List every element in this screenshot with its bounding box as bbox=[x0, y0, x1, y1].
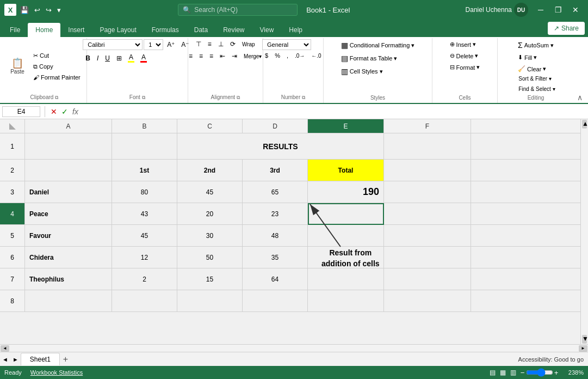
align-center-btn[interactable]: ≡ bbox=[196, 51, 206, 61]
copy-btn[interactable]: ⧉ Copy bbox=[30, 62, 83, 72]
cell-a7[interactable]: Theophilus bbox=[25, 268, 112, 290]
scroll-down-btn[interactable]: ▼ bbox=[582, 335, 587, 344]
row-header-5[interactable]: 5 bbox=[0, 225, 25, 247]
autosum-btn[interactable]: Σ AutoSum ▾ bbox=[515, 39, 556, 51]
zoom-out-btn[interactable]: − bbox=[521, 369, 525, 377]
minimize-btn[interactable]: ─ bbox=[533, 3, 549, 16]
tab-insert[interactable]: Insert bbox=[60, 23, 92, 37]
horizontal-scrollbar[interactable]: ◄ ► bbox=[0, 344, 588, 352]
workbook-statistics-btn[interactable]: Workbook Statistics bbox=[30, 369, 83, 376]
cell-d4[interactable]: 23 bbox=[243, 203, 308, 225]
fill-color-btn[interactable]: A bbox=[126, 53, 137, 63]
merge-center-btn[interactable]: Merge▾ bbox=[241, 52, 264, 60]
cell-d2[interactable]: 3rd bbox=[243, 160, 308, 181]
accounting-btn[interactable]: $ bbox=[262, 51, 271, 60]
row-header-2[interactable]: 2 bbox=[0, 160, 25, 181]
fill-btn[interactable]: ⬇ Fill ▾ bbox=[515, 52, 540, 63]
cell-f1[interactable] bbox=[384, 133, 471, 160]
format-painter-btn[interactable]: 🖌 Format Painter bbox=[30, 72, 83, 82]
cell-b5[interactable]: 45 bbox=[112, 225, 177, 247]
next-sheet-btn[interactable]: ► bbox=[10, 355, 21, 364]
insert-cells-btn[interactable]: ⊕ Insert ▾ bbox=[447, 39, 479, 50]
cell-d6[interactable]: 35 bbox=[243, 247, 308, 268]
scroll-up-btn[interactable]: ▲ bbox=[582, 120, 587, 129]
font-size-select[interactable]: 11 bbox=[144, 39, 163, 50]
redo-quick-btn[interactable]: ↪ bbox=[44, 4, 53, 16]
border-btn[interactable]: ⊞ bbox=[114, 53, 125, 63]
cell-f7[interactable] bbox=[384, 268, 471, 290]
cell-f8[interactable] bbox=[384, 290, 471, 312]
page-layout-view-btn[interactable]: ▦ bbox=[500, 369, 506, 376]
cell-a3[interactable]: Daniel bbox=[25, 181, 112, 203]
cell-e5[interactable] bbox=[308, 225, 384, 247]
cell-e4-selected[interactable] bbox=[308, 203, 384, 225]
cell-a1[interactable] bbox=[25, 133, 112, 160]
cell-reference-input[interactable] bbox=[2, 106, 40, 117]
col-header-d[interactable]: D bbox=[243, 119, 308, 133]
cell-a2[interactable] bbox=[25, 160, 112, 181]
paste-btn[interactable]: 📋 Paste bbox=[5, 56, 29, 77]
cell-f4[interactable] bbox=[384, 203, 471, 225]
cell-b7[interactable]: 2 bbox=[112, 268, 177, 290]
orientation-btn[interactable]: ⟳ bbox=[227, 39, 238, 49]
middle-align-btn[interactable]: ≡ bbox=[205, 39, 214, 49]
cell-a6[interactable]: Chidera bbox=[25, 247, 112, 268]
tab-review[interactable]: Review bbox=[215, 23, 252, 37]
delete-cells-btn[interactable]: ⊖ Delete ▾ bbox=[447, 51, 481, 61]
font-family-select[interactable]: Calibri bbox=[83, 39, 143, 50]
percent-btn[interactable]: % bbox=[272, 51, 283, 60]
share-button[interactable]: ↗ Share bbox=[548, 22, 585, 35]
cut-btn[interactable]: ✂ Cut bbox=[30, 51, 83, 61]
cell-b4[interactable]: 43 bbox=[112, 203, 177, 225]
cell-styles-btn[interactable]: ▥ Cell Styles ▾ bbox=[338, 65, 386, 77]
increase-indent-btn[interactable]: ⇥ bbox=[229, 51, 240, 61]
tab-data[interactable]: Data bbox=[187, 23, 215, 37]
clear-btn[interactable]: 🧹 Clear ▾ bbox=[515, 64, 549, 74]
cell-e8[interactable] bbox=[308, 290, 384, 312]
col-header-c[interactable]: C bbox=[177, 119, 243, 133]
search-input[interactable] bbox=[194, 6, 281, 14]
cell-e2[interactable]: Total bbox=[308, 160, 384, 181]
cell-c5[interactable]: 30 bbox=[177, 225, 243, 247]
customize-quick-btn[interactable]: ▾ bbox=[55, 4, 63, 16]
restore-btn[interactable]: ❐ bbox=[550, 3, 566, 16]
find-select-btn[interactable]: Find & Select ▾ bbox=[516, 84, 558, 94]
tab-page-layout[interactable]: Page Layout bbox=[92, 23, 144, 37]
normal-view-btn[interactable]: ▤ bbox=[490, 369, 496, 376]
row-header-7[interactable]: 7 bbox=[0, 268, 25, 290]
sheet-tab-sheet1[interactable]: Sheet1 bbox=[21, 353, 60, 365]
cell-d7[interactable]: 64 bbox=[243, 268, 308, 290]
cell-f5[interactable] bbox=[384, 225, 471, 247]
cell-c3[interactable]: 45 bbox=[177, 181, 243, 203]
bottom-align-btn[interactable]: ⊥ bbox=[215, 39, 226, 49]
cell-c8[interactable] bbox=[177, 290, 243, 312]
format-cells-btn[interactable]: ⊟ Format ▾ bbox=[447, 62, 483, 72]
comma-btn[interactable]: , bbox=[284, 51, 291, 60]
cell-c7[interactable]: 15 bbox=[177, 268, 243, 290]
formula-input[interactable] bbox=[82, 107, 586, 117]
increase-font-btn[interactable]: A⁺ bbox=[164, 40, 177, 50]
undo-quick-btn[interactable]: ↩ bbox=[33, 4, 42, 16]
insert-function-btn[interactable]: fx bbox=[71, 106, 79, 117]
scroll-right-btn[interactable]: ► bbox=[579, 345, 587, 352]
cell-c6[interactable]: 50 bbox=[177, 247, 243, 268]
font-color-btn[interactable]: A bbox=[138, 52, 150, 64]
collapse-ribbon-btn[interactable]: ∧ bbox=[574, 92, 586, 103]
tab-formulas[interactable]: Formulas bbox=[144, 23, 187, 37]
decrease-decimal-btn[interactable]: ←.0 bbox=[308, 52, 324, 60]
cell-b8[interactable] bbox=[112, 290, 177, 312]
format-as-table-btn[interactable]: ▤ Format as Table ▾ bbox=[338, 52, 400, 64]
cell-a8[interactable] bbox=[25, 290, 112, 312]
cell-b1[interactable] bbox=[112, 133, 177, 160]
page-break-view-btn[interactable]: ▥ bbox=[510, 369, 516, 376]
add-sheet-btn[interactable]: + bbox=[60, 353, 71, 365]
cell-b6[interactable]: 12 bbox=[112, 247, 177, 268]
tab-view[interactable]: View bbox=[252, 23, 282, 37]
sort-filter-btn[interactable]: Sort & Filter ▾ bbox=[516, 74, 554, 83]
cell-d8[interactable] bbox=[243, 290, 308, 312]
corner-cell[interactable] bbox=[0, 119, 25, 133]
cell-c2[interactable]: 2nd bbox=[177, 160, 243, 181]
decrease-indent-btn[interactable]: ⇤ bbox=[217, 51, 228, 61]
cell-d5[interactable]: 48 bbox=[243, 225, 308, 247]
confirm-formula-btn[interactable]: ✓ bbox=[60, 106, 69, 117]
